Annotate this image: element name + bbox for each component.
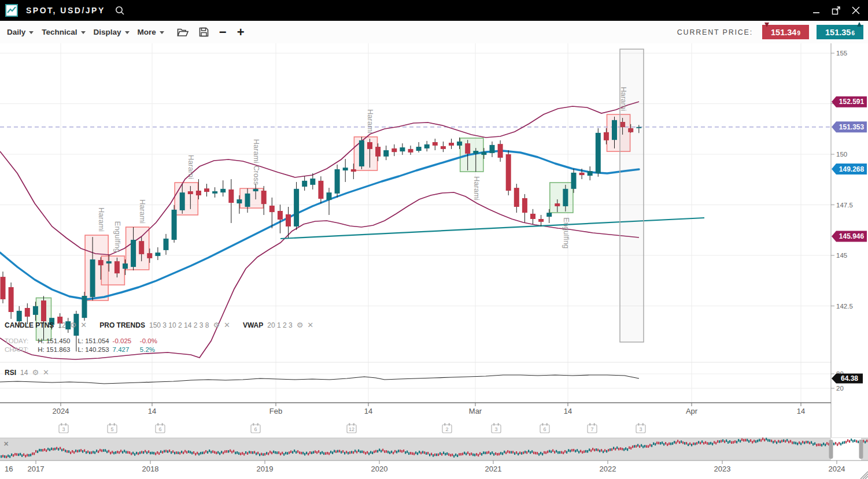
- navigator-mini-candle: [721, 440, 722, 442]
- menu-daily[interactable]: Daily: [7, 28, 34, 36]
- navigator-mini-candle: [537, 452, 538, 454]
- navigator-mini-candle: [46, 450, 47, 452]
- navigator-mini-candle: [585, 450, 586, 452]
- navigator-right-handle[interactable]: [859, 440, 863, 459]
- navigator-close-icon[interactable]: ✕: [3, 440, 9, 447]
- candle-down: [498, 144, 503, 158]
- gear-icon[interactable]: ⚙: [70, 321, 77, 329]
- open-folder-icon[interactable]: [177, 28, 189, 37]
- gear-icon[interactable]: ⚙: [32, 368, 39, 377]
- close-icon[interactable]: ✕: [80, 321, 87, 329]
- price-badge-label: 149.268: [839, 165, 865, 173]
- navigator-mini-candle: [320, 452, 321, 454]
- navigator-mini-candle: [32, 452, 33, 455]
- navigator-mini-candle: [616, 447, 618, 449]
- navigator-mini-candle: [344, 452, 345, 454]
- zoom-in-button[interactable]: +: [237, 27, 245, 38]
- navigator-mini-candle: [335, 451, 337, 453]
- navigator-left-handle[interactable]: [829, 440, 833, 459]
- candle-down: [351, 169, 356, 172]
- navigator-mini-candle: [58, 448, 59, 450]
- minimize-button[interactable]: [810, 4, 823, 17]
- toolbar: Daily Technical Display More − + CURRENT: [0, 21, 868, 43]
- navigator-track[interactable]: [0, 438, 868, 461]
- menu-technical[interactable]: Technical: [42, 28, 85, 36]
- navigator-mini-candle: [431, 453, 432, 455]
- navigator-mini-candle: [230, 450, 231, 452]
- pattern-box-engulfing: [101, 256, 124, 285]
- pattern-box-engulfing: [550, 183, 573, 213]
- navigator-mini-candle: [670, 443, 671, 445]
- navigator-mini-candle: [525, 451, 526, 453]
- menu-more[interactable]: More: [138, 28, 164, 36]
- navigator-mini-candle: [122, 451, 123, 453]
- navigator-mini-candle: [519, 452, 520, 454]
- close-icon[interactable]: ✕: [224, 321, 230, 329]
- gear-icon[interactable]: ⚙: [297, 321, 304, 329]
- zoom-out-button[interactable]: −: [219, 27, 227, 38]
- navigator-mini-candle: [49, 448, 50, 451]
- navigator-mini-candle: [490, 452, 491, 455]
- chart-canvas[interactable]: HaramiEngulfingHaramiHaramiHarami CrossH…: [0, 0, 868, 479]
- navigator-mini-candle: [672, 442, 673, 444]
- navigator-mini-candle: [845, 441, 847, 443]
- navigator-mini-candle: [696, 442, 697, 444]
- menu-display[interactable]: Display: [94, 28, 130, 36]
- candle-up: [302, 181, 307, 187]
- candle-up: [106, 261, 112, 263]
- navigator-mini-candle: [264, 453, 265, 455]
- navigator-mini-candle: [474, 454, 475, 456]
- navigator-mini-candle: [89, 451, 90, 454]
- close-icon[interactable]: ✕: [307, 321, 313, 329]
- gear-icon[interactable]: ⚙: [213, 321, 220, 329]
- navigator-mini-candle: [457, 455, 458, 457]
- navigator-mini-candle: [197, 452, 198, 454]
- indicator-pro-trends: PRO TRENDS: [99, 321, 145, 329]
- navigator-mini-candle: [139, 451, 141, 454]
- navigator-mini-candle: [42, 449, 43, 451]
- navigator-mini-candle: [183, 452, 184, 454]
- navigator-mini-candle: [412, 452, 413, 455]
- navigator-mini-candle: [75, 450, 76, 452]
- navigator-mini-candle: [287, 452, 288, 454]
- navigator-mini-candle: [851, 439, 852, 441]
- navigator-mini-candle: [715, 442, 716, 444]
- pattern-label: Harami: [619, 87, 628, 111]
- navigator-mini-candle: [544, 451, 545, 454]
- navigator-mini-candle: [231, 451, 232, 453]
- navigator-mini-candle: [37, 451, 38, 453]
- navigator-mini-candle: [599, 450, 600, 452]
- chart-stats-row: CHART: H: 151.863 L: 140.253 7.427 5.2%: [5, 346, 157, 354]
- candle-up: [563, 189, 568, 206]
- navigator-mini-candle: [800, 443, 801, 445]
- navigator-mini-candle: [793, 441, 795, 444]
- navigator-mini-candle: [115, 451, 116, 454]
- navigator-mini-candle: [143, 451, 144, 454]
- chevron-down-icon: [160, 31, 164, 34]
- navigator-mini-candle: [642, 445, 644, 448]
- candle-down: [25, 308, 30, 317]
- close-icon[interactable]: [849, 4, 862, 17]
- navigator-mini-candle: [825, 444, 826, 446]
- navigator-mini-candle: [858, 441, 859, 443]
- close-icon[interactable]: ✕: [43, 368, 49, 377]
- navigator-mini-candle: [542, 453, 543, 455]
- popout-button[interactable]: [830, 4, 843, 17]
- navigator-mini-candle: [302, 452, 304, 454]
- navigator-mini-candle: [247, 452, 248, 455]
- navigator-mini-candle: [514, 452, 515, 455]
- candle-down: [1, 277, 6, 299]
- save-icon[interactable]: [199, 27, 209, 37]
- navigator-mini-candle: [96, 450, 97, 452]
- navigator-mini-candle: [169, 450, 170, 452]
- navigator-mini-candle: [367, 451, 368, 454]
- candle-down: [188, 191, 193, 194]
- search-icon[interactable]: [114, 5, 125, 16]
- navigator-mini-candle: [276, 451, 278, 454]
- candle-up: [220, 189, 226, 192]
- navigator-mini-candle: [641, 444, 642, 447]
- navigator-mini-candle: [328, 452, 330, 455]
- navigator-mini-candle: [734, 440, 736, 443]
- navigator-mini-candle: [615, 448, 616, 450]
- navigator-mini-candle: [419, 451, 420, 453]
